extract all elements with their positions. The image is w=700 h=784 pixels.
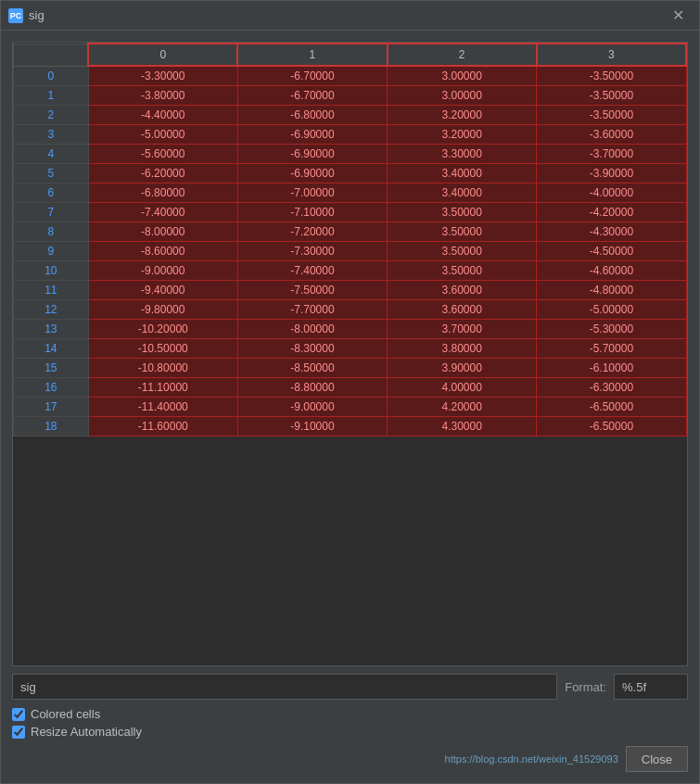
data-cell-14-3: -5.70000	[537, 339, 686, 359]
data-cell-17-1: -9.00000	[237, 398, 387, 417]
data-cell-3-1: -6.90000	[237, 125, 387, 145]
colored-cells-checkbox[interactable]	[12, 708, 25, 721]
colored-cells-label: Colored cells	[31, 707, 100, 721]
data-cell-3-0: -5.00000	[88, 125, 237, 145]
table-row: 5-6.20000-6.900003.40000-3.90000	[14, 164, 687, 183]
footer: https://blog.csdn.net/weixin_41529093 Cl…	[12, 746, 688, 772]
data-cell-17-2: 4.20000	[388, 398, 537, 417]
data-cell-2-0: -4.40000	[88, 106, 237, 125]
index-cell: 8	[14, 222, 89, 242]
data-cell-4-2: 3.30000	[388, 145, 537, 164]
window-title: sig	[29, 8, 665, 22]
index-cell: 10	[14, 261, 89, 281]
data-cell-16-1: -8.80000	[237, 378, 387, 398]
index-cell: 15	[14, 359, 89, 378]
data-cell-14-0: -10.50000	[88, 339, 237, 359]
data-cell-17-0: -11.40000	[88, 398, 237, 417]
data-cell-2-2: 3.20000	[388, 106, 537, 125]
table-row: 18-11.60000-9.100004.30000-6.50000	[14, 417, 687, 436]
bottom-bar: Format:	[12, 674, 688, 700]
data-cell-8-0: -8.00000	[88, 222, 237, 242]
data-cell-17-3: -6.50000	[537, 398, 686, 417]
table-row: 16-11.10000-8.800004.00000-6.30000	[14, 378, 687, 398]
table-row: 10-9.00000-7.400003.50000-4.60000	[14, 261, 687, 281]
checkboxes-section: Colored cells Resize Automatically	[12, 707, 688, 739]
data-cell-10-2: 3.50000	[388, 261, 537, 281]
data-cell-4-3: -3.70000	[537, 145, 686, 164]
format-label: Format:	[565, 680, 606, 694]
table-row: 14-10.50000-8.300003.80000-5.70000	[14, 339, 687, 359]
data-cell-13-1: -8.00000	[237, 320, 387, 339]
index-cell: 13	[14, 320, 89, 339]
table-row: 8-8.00000-7.200003.50000-4.30000	[14, 222, 687, 242]
index-cell: 12	[14, 300, 89, 320]
data-cell-5-2: 3.40000	[388, 164, 537, 183]
data-cell-7-2: 3.50000	[388, 203, 537, 222]
data-cell-2-1: -6.80000	[237, 106, 387, 125]
data-cell-0-2: 3.00000	[388, 66, 537, 86]
data-cell-6-1: -7.00000	[237, 183, 387, 203]
data-cell-0-1: -6.70000	[237, 66, 387, 86]
data-cell-12-2: 3.60000	[388, 300, 537, 320]
data-cell-6-2: 3.40000	[388, 183, 537, 203]
table-row: 15-10.80000-8.500003.90000-6.10000	[14, 359, 687, 378]
data-cell-0-3: -3.50000	[537, 66, 686, 86]
close-icon[interactable]: ✕	[665, 3, 692, 28]
data-cell-6-0: -6.80000	[88, 183, 237, 203]
data-cell-16-2: 4.00000	[388, 378, 537, 398]
table-row: 2-4.40000-6.800003.20000-3.50000	[14, 106, 687, 125]
data-cell-15-3: -6.10000	[537, 359, 686, 378]
data-cell-13-3: -5.30000	[537, 320, 686, 339]
main-window: PC sig ✕ 0 1 2 3 0-3.30000-6.700003.0000…	[0, 0, 700, 784]
data-cell-8-2: 3.50000	[388, 222, 537, 242]
data-cell-13-0: -10.20000	[88, 320, 237, 339]
index-cell: 0	[14, 66, 89, 86]
format-input[interactable]	[614, 674, 688, 700]
data-cell-1-2: 3.00000	[388, 86, 537, 106]
data-cell-11-2: 3.60000	[388, 281, 537, 300]
index-cell: 1	[14, 86, 89, 106]
data-cell-11-0: -9.40000	[88, 281, 237, 300]
data-cell-5-3: -3.90000	[537, 164, 686, 183]
data-cell-18-2: 4.30000	[388, 417, 537, 436]
data-cell-1-3: -3.50000	[537, 86, 686, 106]
data-cell-18-3: -6.50000	[537, 417, 686, 436]
data-cell-4-0: -5.60000	[88, 145, 237, 164]
data-cell-5-0: -6.20000	[88, 164, 237, 183]
data-cell-11-1: -7.50000	[237, 281, 387, 300]
data-cell-15-0: -10.80000	[88, 359, 237, 378]
close-button[interactable]: Close	[626, 746, 688, 772]
data-cell-11-3: -4.80000	[537, 281, 686, 300]
data-cell-6-3: -4.00000	[537, 183, 686, 203]
data-cell-10-1: -7.40000	[237, 261, 387, 281]
data-cell-2-3: -3.50000	[537, 106, 686, 125]
data-table-container[interactable]: 0 1 2 3 0-3.30000-6.700003.00000-3.50000…	[12, 42, 688, 666]
footer-link[interactable]: https://blog.csdn.net/weixin_41529093	[445, 753, 618, 765]
data-cell-12-1: -7.70000	[237, 300, 387, 320]
index-cell: 14	[14, 339, 89, 359]
table-row: 7-7.40000-7.100003.50000-4.20000	[14, 203, 687, 222]
index-cell: 4	[14, 145, 89, 164]
data-cell-8-3: -4.30000	[537, 222, 686, 242]
index-cell: 5	[14, 164, 89, 183]
data-cell-0-0: -3.30000	[88, 66, 237, 86]
data-cell-13-2: 3.70000	[388, 320, 537, 339]
content-area: 0 1 2 3 0-3.30000-6.700003.00000-3.50000…	[1, 31, 699, 783]
data-cell-7-1: -7.10000	[237, 203, 387, 222]
table-row: 1-3.80000-6.700003.00000-3.50000	[14, 86, 687, 106]
data-cell-9-0: -8.60000	[88, 242, 237, 261]
resize-auto-label: Resize Automatically	[31, 725, 142, 739]
colored-cells-row: Colored cells	[12, 707, 688, 721]
data-cell-15-1: -8.50000	[237, 359, 387, 378]
data-cell-12-3: -5.00000	[537, 300, 686, 320]
name-input[interactable]	[12, 674, 557, 700]
data-cell-12-0: -9.80000	[88, 300, 237, 320]
app-icon: PC	[8, 8, 23, 23]
data-cell-14-2: 3.80000	[388, 339, 537, 359]
data-cell-8-1: -7.20000	[237, 222, 387, 242]
resize-auto-checkbox[interactable]	[12, 726, 25, 739]
table-row: 11-9.40000-7.500003.60000-4.80000	[14, 281, 687, 300]
data-cell-7-3: -4.20000	[537, 203, 686, 222]
data-cell-16-3: -6.30000	[537, 378, 686, 398]
data-cell-3-3: -3.60000	[537, 125, 686, 145]
